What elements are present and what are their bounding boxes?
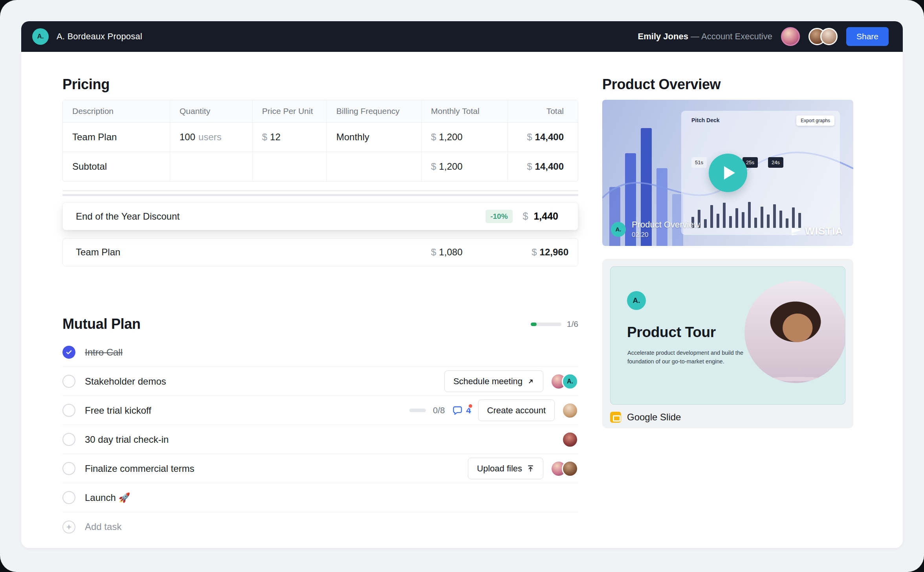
owner-info: Emily Jones — Account Executive xyxy=(638,31,772,42)
progress-fill xyxy=(531,323,537,326)
play-button[interactable] xyxy=(709,154,747,192)
task-row[interactable]: 30 day trial check-in xyxy=(62,425,578,454)
discount-badge: -10% xyxy=(486,210,512,223)
cell-total: $ 12,960 xyxy=(508,238,578,266)
cell-monthly-total: $ 1,080 xyxy=(422,238,508,266)
cell-empty xyxy=(252,152,326,181)
video-duration: 02:20 xyxy=(632,231,700,239)
task-row[interactable]: Free trial kickoff 0/8 4 Create account xyxy=(62,396,578,425)
notification-dot xyxy=(468,403,473,409)
discount-label: End of the Year Discount xyxy=(76,211,486,222)
discount-value: 1,440 xyxy=(534,211,558,222)
proposal-document: Pricing Description Quantity Price Per U… xyxy=(21,52,903,548)
cell-description: Team Plan xyxy=(63,123,170,152)
wistia-logo-icon xyxy=(791,227,801,236)
play-icon xyxy=(724,166,735,180)
column-header-price-per-unit: Price Per Unit xyxy=(252,100,326,122)
avatar-group xyxy=(808,28,838,45)
video-caption: A. Product Overview 02:20 xyxy=(611,220,700,239)
attachment-card: A. Product Tour Accelerate product devel… xyxy=(602,259,853,428)
cell-price[interactable]: $ 12 xyxy=(252,123,326,152)
plus-icon[interactable] xyxy=(62,521,75,534)
checkbox-unchecked-icon[interactable] xyxy=(62,491,75,504)
currency-symbol: $ xyxy=(523,211,528,222)
top-bar-left: A. A. Bordeaux Proposal xyxy=(32,28,142,45)
mutual-plan-progress-count: 1/6 xyxy=(567,319,578,329)
column-header-monthly-total: Monthly Total xyxy=(421,100,508,122)
avatar[interactable]: A. xyxy=(562,373,578,390)
google-slide-row[interactable]: Google Slide xyxy=(610,412,845,423)
task-row[interactable]: Stakeholder demos Schedule meeting A. xyxy=(62,367,578,396)
task-label: Launch 🚀 xyxy=(85,492,130,503)
checkbox-unchecked-icon[interactable] xyxy=(62,462,75,475)
checkbox-unchecked-icon[interactable] xyxy=(62,404,75,417)
cell-description: Subtotal xyxy=(63,152,170,181)
currency-symbol: $ xyxy=(532,247,537,258)
avatar[interactable] xyxy=(562,460,578,477)
cell-quantity[interactable]: 100 users xyxy=(170,123,252,152)
task-row[interactable]: Finalize commercial terms Upload files xyxy=(62,454,578,483)
final-pricing-row: Team Plan $ 1,080 $ 12,960 xyxy=(62,238,578,266)
mock-chip: 51s xyxy=(691,157,707,168)
task-actions: Upload files xyxy=(468,458,578,479)
video-title: Product Overview xyxy=(632,220,700,230)
avatar[interactable] xyxy=(820,28,838,45)
schedule-meeting-button[interactable]: Schedule meeting xyxy=(444,370,543,392)
mock-export-button: Export graphs xyxy=(796,116,834,126)
total-value: 12,960 xyxy=(540,247,568,258)
add-task-row[interactable]: Add task xyxy=(62,512,578,541)
avatar[interactable] xyxy=(562,402,578,419)
pricing-section: Pricing Description Quantity Price Per U… xyxy=(62,76,578,541)
task-actions xyxy=(562,431,578,448)
task-actions: 0/8 4 Create account xyxy=(409,400,578,421)
tour-photo xyxy=(744,281,845,383)
comments-indicator[interactable]: 4 xyxy=(452,405,471,416)
column-header-quantity: Quantity xyxy=(170,100,252,122)
currency-symbol: $ xyxy=(527,161,532,172)
monthly-total-value: 1,080 xyxy=(439,247,462,258)
video-thumbnail[interactable]: Pitch Deck Export graphs 51s 31s 25s 24s xyxy=(602,100,853,246)
currency-symbol: $ xyxy=(431,132,436,143)
google-slide-label: Google Slide xyxy=(627,412,681,423)
cell-billing[interactable]: Monthly xyxy=(326,123,421,152)
tour-avatar: A. xyxy=(627,291,646,310)
currency-symbol: $ xyxy=(527,132,532,143)
monthly-total-value: 1,200 xyxy=(439,132,462,143)
monthly-total-value: 1,200 xyxy=(439,161,462,172)
subtask-progress-bar xyxy=(409,409,426,412)
table-row: Team Plan 100 users $ 12 Monthly $ 1,200 xyxy=(63,122,578,152)
task-row[interactable]: Intro Call xyxy=(62,338,578,367)
top-bar-right: Emily Jones — Account Executive Share xyxy=(638,27,889,46)
task-row[interactable]: Launch 🚀 xyxy=(62,483,578,512)
assignee-avatars xyxy=(550,460,578,477)
total-value: 14,400 xyxy=(535,132,564,143)
create-account-button[interactable]: Create account xyxy=(478,400,555,421)
product-overview-section: Product Overview Pitch Deck Export graph… xyxy=(602,76,853,428)
owner-role-label: Account Executive xyxy=(701,31,772,41)
cell-total: $ 14,400 xyxy=(508,152,578,181)
checkbox-unchecked-icon[interactable] xyxy=(62,433,75,446)
avatar[interactable] xyxy=(562,431,578,448)
tour-description: Accelerate product development and build… xyxy=(627,348,745,366)
avatar[interactable] xyxy=(781,27,800,46)
product-tour-slide[interactable]: A. Product Tour Accelerate product devel… xyxy=(610,266,845,405)
share-button[interactable]: Share xyxy=(846,27,889,46)
assignee-avatars: A. xyxy=(550,373,578,390)
stack-divider xyxy=(62,190,578,191)
checkbox-checked-icon[interactable] xyxy=(62,346,75,359)
upload-files-button[interactable]: Upload files xyxy=(468,458,543,479)
currency-symbol: $ xyxy=(431,161,436,172)
product-overview-title: Product Overview xyxy=(602,76,853,93)
button-label: Schedule meeting xyxy=(453,376,522,387)
chat-icon xyxy=(452,405,463,416)
checkbox-unchecked-icon[interactable] xyxy=(62,375,75,388)
stack-divider xyxy=(62,194,578,196)
upload-icon xyxy=(527,465,534,472)
owner-role: — Account Executive xyxy=(691,31,772,41)
cell-empty xyxy=(170,152,252,181)
mock-mini-chart xyxy=(691,199,831,228)
cell-total: $ 14,400 xyxy=(508,123,578,152)
button-label: Upload files xyxy=(477,464,522,474)
discount-amount: $ 1,440 xyxy=(523,211,558,222)
mutual-plan-header: Mutual Plan 1/6 xyxy=(62,316,578,332)
